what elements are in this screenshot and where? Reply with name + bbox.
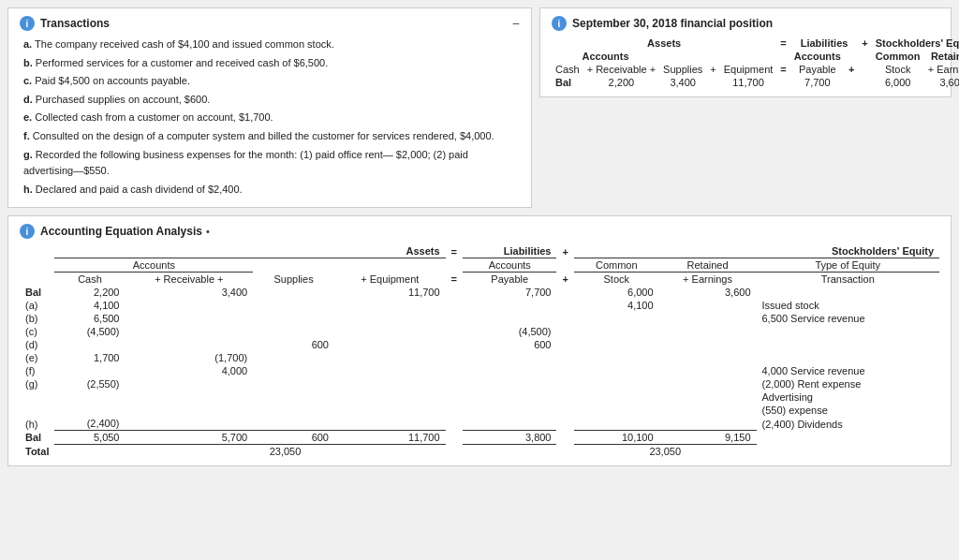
retained-subheader: Retained [924, 50, 959, 63]
transaction-c: c. Paid $4,500 on accounts payable. [23, 73, 516, 90]
table-row: Bal 2,200 3,400 11,700 7,700 6,000 3,600 [20, 286, 939, 299]
table-row: (a) 4,100 4,100 Issued stock [20, 299, 939, 312]
transaction-b: b. Performed services for a customer and… [23, 55, 516, 72]
cash-col-header: Cash [552, 63, 583, 76]
cell-receivable: 4,000 [125, 364, 253, 377]
cell-type: 4,000 Service revenue [757, 364, 940, 377]
cell-common: 10,100 [574, 431, 659, 445]
eq-plus: + [556, 244, 573, 258]
transaction-header: Transaction [757, 273, 940, 287]
stock-header: Stock [574, 273, 659, 287]
table-row: Total 23,050 23,050 [20, 445, 939, 459]
cell-type [757, 286, 940, 299]
plus-operator: + [858, 37, 871, 50]
liabilities-header: Liabilities [790, 37, 859, 50]
table-row: (g) (2,550) (2,000) Rent expense [20, 377, 939, 391]
table-row: (c) (4,500) (4,500) [20, 325, 939, 338]
cell-equipment: 11,700 [334, 431, 446, 445]
table-row: Advertising [20, 391, 939, 404]
eq-info-icon: i [20, 224, 35, 239]
cell-supplies [253, 286, 334, 299]
cell-type: (2,000) Rent expense [757, 377, 940, 391]
transaction-f: f. Consulted on the design of a computer… [23, 128, 516, 145]
table-row: (b) 6,500 6,500 Service revenue [20, 312, 939, 325]
eq-panel-header: i Accounting Equation Analysis • [20, 224, 939, 239]
transactions-minimize-button[interactable]: − [512, 17, 520, 30]
fin-position-table: Assets = Liabilities + Stockholders' Equ… [552, 37, 959, 89]
row-label: Bal [20, 431, 54, 445]
cell-common: 6,000 [574, 286, 659, 299]
row-label: Bal [20, 286, 54, 299]
equals2: = [776, 63, 789, 76]
cell-payable: 600 [463, 338, 556, 351]
cell-cash: 5,050 [54, 431, 125, 445]
payable-subheader: Accounts [790, 50, 845, 63]
stockholders-span: Stockholders' Equity [574, 244, 939, 258]
transaction-g: g. Recorded the following business expen… [23, 147, 516, 180]
accounts-payable-sub: Accounts [463, 258, 556, 273]
accounting-eq-table: Assets = Liabilities + Stockholders' Equ… [20, 244, 939, 458]
cell-receivable: 5,700 [125, 431, 253, 445]
bal-label: Bal [552, 76, 583, 89]
row-label: (f) [20, 364, 54, 377]
table-row: (d) 600 600 [20, 338, 939, 351]
row-label: (g) [20, 377, 54, 391]
transactions-list: a. The company received cash of $4,100 a… [20, 37, 520, 198]
cell-equipment: 11,700 [334, 286, 446, 299]
supplies-header: Supplies [253, 273, 334, 287]
cell-type: (2,400) Dividends [757, 417, 940, 431]
stock-col-header: Stock [872, 63, 924, 76]
fin-position-title: September 30, 2018 financial position [572, 17, 773, 30]
eq-equals2: = [446, 273, 463, 287]
supplies-col-header: Supplies [659, 63, 706, 76]
cell-type: (550) expense [757, 404, 940, 417]
accounting-eq-panel: i Accounting Equation Analysis • Assets … [7, 215, 952, 466]
cell-cash: 1,700 [54, 351, 125, 364]
type-sub: Type of Equity [757, 258, 940, 273]
total-assets-val: 23,050 [125, 445, 445, 459]
cell-retained: 3,600 [659, 286, 757, 299]
cell-retained: 9,150 [659, 431, 757, 445]
payable-header: Payable [463, 273, 556, 287]
eq-title: Accounting Equation Analysis [40, 225, 202, 238]
cell-type: Advertising [757, 391, 940, 404]
accounts-sub: Accounts [54, 258, 253, 273]
earnings-col-header: + Earnings [924, 63, 959, 76]
transaction-h: h. Declared and paid a cash dividend of … [23, 182, 516, 199]
fin-earnings-val: 3,600 [924, 76, 959, 89]
row-label: (d) [20, 338, 54, 351]
cell-supplies: 600 [253, 338, 334, 351]
cell-cash: (4,500) [54, 325, 125, 338]
cell-cash: 4,100 [54, 299, 125, 312]
financial-position-panel: i September 30, 2018 financial position … [539, 7, 952, 97]
cell-cash: 6,500 [54, 312, 125, 325]
retained-sub: Retained [659, 258, 757, 273]
eq-dot[interactable]: • [206, 226, 210, 237]
equals-operator: = [776, 37, 789, 50]
plus2: + [845, 63, 858, 76]
cell-receivable: (1,700) [125, 351, 253, 364]
receivable-header: + Receivable + [125, 273, 253, 287]
plus3 [858, 63, 871, 76]
row-label: (c) [20, 325, 54, 338]
cell-supplies: 600 [253, 431, 334, 445]
eq-equals: = [446, 244, 463, 258]
transaction-e: e. Collected cash from a customer on acc… [23, 110, 516, 126]
cell-cash: 2,200 [54, 286, 125, 299]
row-label: (a) [20, 299, 54, 312]
cash-header: Cash [54, 273, 125, 287]
cell-type: 6,500 Service revenue [757, 312, 940, 325]
cell-receivable: 3,400 [125, 286, 253, 299]
liabilities-span: Liabilities [463, 244, 556, 258]
cell-payable: (4,500) [463, 325, 556, 338]
cell-cash [54, 445, 125, 459]
earnings-header: + Earnings [659, 273, 757, 287]
transaction-a: a. The company received cash of $4,100 a… [23, 37, 516, 53]
transactions-panel: i Transactions − a. The company received… [7, 7, 532, 208]
transactions-header: i Transactions − [20, 16, 520, 31]
cell-cash: (2,550) [54, 377, 125, 391]
row-label: (e) [20, 351, 54, 364]
transactions-info-icon: i [20, 16, 35, 31]
assets-span: Assets [54, 244, 445, 258]
cell-type: Issued stock [757, 299, 940, 312]
